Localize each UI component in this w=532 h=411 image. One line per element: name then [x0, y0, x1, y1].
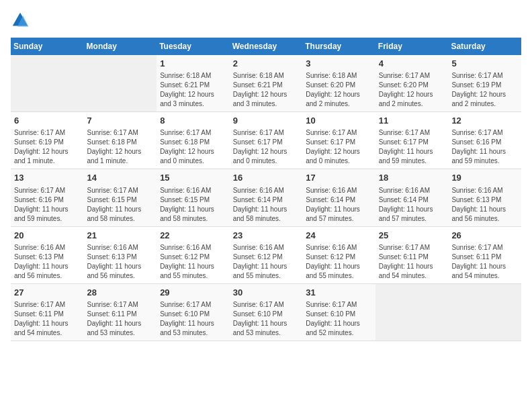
calendar-cell: 2Sunrise: 6:18 AMSunset: 6:21 PMDaylight…	[230, 55, 303, 112]
calendar-cell: 30Sunrise: 6:17 AMSunset: 6:10 PMDayligh…	[230, 283, 303, 340]
day-number: 29	[160, 287, 227, 299]
day-number: 13	[14, 172, 81, 184]
page-header	[11, 11, 521, 30]
calendar-cell: 20Sunrise: 6:16 AMSunset: 6:13 PMDayligh…	[11, 226, 84, 283]
day-number: 24	[306, 230, 373, 242]
calendar-week-row: 27Sunrise: 6:17 AMSunset: 6:11 PMDayligh…	[11, 283, 521, 340]
calendar-cell: 10Sunrise: 6:17 AMSunset: 6:17 PMDayligh…	[302, 112, 375, 169]
day-number: 7	[87, 115, 154, 127]
calendar-cell: 6Sunrise: 6:17 AMSunset: 6:19 PMDaylight…	[11, 112, 84, 169]
cell-info: Sunrise: 6:16 AMSunset: 6:12 PMDaylight:…	[160, 243, 227, 281]
day-number: 3	[306, 58, 373, 70]
weekday-header: Sunday	[11, 38, 84, 55]
cell-info: Sunrise: 6:16 AMSunset: 6:14 PMDaylight:…	[306, 186, 373, 224]
cell-info: Sunrise: 6:16 AMSunset: 6:13 PMDaylight:…	[451, 186, 519, 224]
day-number: 30	[233, 287, 300, 299]
cell-info: Sunrise: 6:17 AMSunset: 6:10 PMDaylight:…	[306, 300, 373, 338]
cell-info: Sunrise: 6:16 AMSunset: 6:15 PMDaylight:…	[160, 186, 227, 224]
cell-info: Sunrise: 6:17 AMSunset: 6:20 PMDaylight:…	[379, 71, 446, 109]
calendar-cell: 31Sunrise: 6:17 AMSunset: 6:10 PMDayligh…	[302, 283, 375, 340]
calendar-cell: 7Sunrise: 6:17 AMSunset: 6:18 PMDaylight…	[84, 112, 157, 169]
day-number: 19	[451, 172, 519, 184]
cell-info: Sunrise: 6:16 AMSunset: 6:12 PMDaylight:…	[233, 243, 300, 281]
logo	[11, 11, 32, 30]
cell-info: Sunrise: 6:18 AMSunset: 6:21 PMDaylight:…	[233, 71, 300, 109]
calendar-cell: 29Sunrise: 6:17 AMSunset: 6:10 PMDayligh…	[157, 283, 230, 340]
cell-info: Sunrise: 6:17 AMSunset: 6:16 PMDaylight:…	[14, 186, 81, 224]
calendar-cell: 26Sunrise: 6:17 AMSunset: 6:11 PMDayligh…	[448, 226, 521, 283]
calendar-cell: 15Sunrise: 6:16 AMSunset: 6:15 PMDayligh…	[157, 169, 230, 226]
calendar-cell: 9Sunrise: 6:17 AMSunset: 6:17 PMDaylight…	[230, 112, 303, 169]
calendar-cell: 27Sunrise: 6:17 AMSunset: 6:11 PMDayligh…	[11, 283, 84, 340]
weekday-header: Thursday	[302, 38, 375, 55]
weekday-header: Tuesday	[157, 38, 230, 55]
cell-info: Sunrise: 6:16 AMSunset: 6:14 PMDaylight:…	[379, 186, 446, 224]
cell-info: Sunrise: 6:17 AMSunset: 6:16 PMDaylight:…	[451, 128, 519, 166]
cell-info: Sunrise: 6:17 AMSunset: 6:17 PMDaylight:…	[233, 128, 300, 166]
day-number: 18	[379, 172, 446, 184]
cell-info: Sunrise: 6:17 AMSunset: 6:10 PMDaylight:…	[233, 300, 300, 338]
weekday-header-row: SundayMondayTuesdayWednesdayThursdayFrid…	[11, 38, 521, 55]
cell-info: Sunrise: 6:18 AMSunset: 6:21 PMDaylight:…	[160, 71, 227, 109]
logo-icon	[11, 11, 30, 30]
day-number: 27	[14, 287, 81, 299]
cell-info: Sunrise: 6:17 AMSunset: 6:11 PMDaylight:…	[451, 243, 519, 281]
day-number: 22	[160, 230, 227, 242]
calendar-cell: 12Sunrise: 6:17 AMSunset: 6:16 PMDayligh…	[448, 112, 521, 169]
cell-info: Sunrise: 6:17 AMSunset: 6:19 PMDaylight:…	[14, 128, 81, 166]
cell-info: Sunrise: 6:16 AMSunset: 6:13 PMDaylight:…	[14, 243, 81, 281]
cell-info: Sunrise: 6:16 AMSunset: 6:12 PMDaylight:…	[306, 243, 373, 281]
calendar-cell: 16Sunrise: 6:16 AMSunset: 6:14 PMDayligh…	[230, 169, 303, 226]
cell-info: Sunrise: 6:16 AMSunset: 6:13 PMDaylight:…	[87, 243, 154, 281]
day-number: 8	[160, 115, 227, 127]
calendar-cell: 14Sunrise: 6:17 AMSunset: 6:15 PMDayligh…	[84, 169, 157, 226]
calendar-week-row: 13Sunrise: 6:17 AMSunset: 6:16 PMDayligh…	[11, 169, 521, 226]
day-number: 1	[160, 58, 227, 70]
cell-info: Sunrise: 6:17 AMSunset: 6:17 PMDaylight:…	[379, 128, 446, 166]
day-number: 14	[87, 172, 154, 184]
calendar-cell	[448, 283, 521, 340]
weekday-header: Wednesday	[230, 38, 303, 55]
cell-info: Sunrise: 6:17 AMSunset: 6:11 PMDaylight:…	[87, 300, 154, 338]
day-number: 10	[306, 115, 373, 127]
day-number: 17	[306, 172, 373, 184]
day-number: 11	[379, 115, 446, 127]
calendar-cell	[375, 283, 449, 340]
calendar-cell: 25Sunrise: 6:17 AMSunset: 6:11 PMDayligh…	[375, 226, 449, 283]
calendar-cell: 11Sunrise: 6:17 AMSunset: 6:17 PMDayligh…	[375, 112, 449, 169]
calendar-cell: 28Sunrise: 6:17 AMSunset: 6:11 PMDayligh…	[84, 283, 157, 340]
day-number: 23	[233, 230, 300, 242]
calendar-week-row: 20Sunrise: 6:16 AMSunset: 6:13 PMDayligh…	[11, 226, 521, 283]
calendar-cell: 1Sunrise: 6:18 AMSunset: 6:21 PMDaylight…	[157, 55, 230, 112]
weekday-header: Monday	[84, 38, 157, 55]
calendar-week-row: 1Sunrise: 6:18 AMSunset: 6:21 PMDaylight…	[11, 55, 521, 112]
day-number: 2	[233, 58, 300, 70]
weekday-header: Friday	[375, 38, 449, 55]
calendar-cell: 5Sunrise: 6:17 AMSunset: 6:19 PMDaylight…	[448, 55, 521, 112]
calendar-cell: 4Sunrise: 6:17 AMSunset: 6:20 PMDaylight…	[375, 55, 449, 112]
cell-info: Sunrise: 6:17 AMSunset: 6:18 PMDaylight:…	[160, 128, 227, 166]
weekday-header: Saturday	[448, 38, 521, 55]
calendar-cell	[84, 55, 157, 112]
day-number: 28	[87, 287, 154, 299]
day-number: 6	[14, 115, 81, 127]
cell-info: Sunrise: 6:16 AMSunset: 6:14 PMDaylight:…	[233, 186, 300, 224]
calendar-cell: 17Sunrise: 6:16 AMSunset: 6:14 PMDayligh…	[302, 169, 375, 226]
cell-info: Sunrise: 6:18 AMSunset: 6:20 PMDaylight:…	[306, 71, 373, 109]
calendar-cell: 21Sunrise: 6:16 AMSunset: 6:13 PMDayligh…	[84, 226, 157, 283]
cell-info: Sunrise: 6:17 AMSunset: 6:18 PMDaylight:…	[87, 128, 154, 166]
day-number: 25	[379, 230, 446, 242]
calendar-cell: 18Sunrise: 6:16 AMSunset: 6:14 PMDayligh…	[375, 169, 449, 226]
day-number: 4	[379, 58, 446, 70]
calendar-cell	[11, 55, 84, 112]
calendar-cell: 13Sunrise: 6:17 AMSunset: 6:16 PMDayligh…	[11, 169, 84, 226]
cell-info: Sunrise: 6:17 AMSunset: 6:11 PMDaylight:…	[14, 300, 81, 338]
day-number: 12	[451, 115, 519, 127]
cell-info: Sunrise: 6:17 AMSunset: 6:11 PMDaylight:…	[379, 243, 446, 281]
calendar-cell: 24Sunrise: 6:16 AMSunset: 6:12 PMDayligh…	[302, 226, 375, 283]
calendar-cell: 8Sunrise: 6:17 AMSunset: 6:18 PMDaylight…	[157, 112, 230, 169]
day-number: 16	[233, 172, 300, 184]
calendar-cell: 22Sunrise: 6:16 AMSunset: 6:12 PMDayligh…	[157, 226, 230, 283]
calendar-cell: 3Sunrise: 6:18 AMSunset: 6:20 PMDaylight…	[302, 55, 375, 112]
day-number: 5	[451, 58, 519, 70]
